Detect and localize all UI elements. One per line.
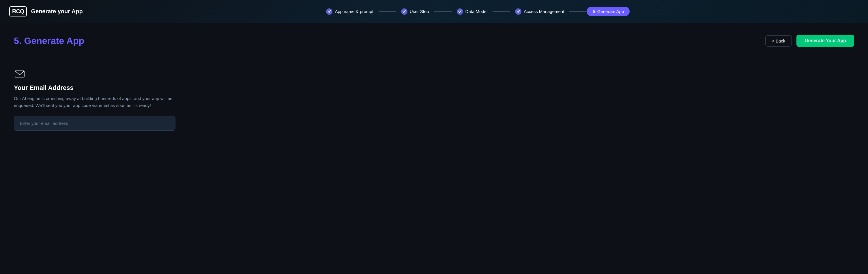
connector-4 xyxy=(569,11,587,12)
email-icon xyxy=(14,68,25,80)
step-5[interactable]: 5 Generate App xyxy=(587,7,630,16)
email-description: Our AI engine is crunching away at build… xyxy=(14,95,187,109)
logo-area: RCQ Generate your App xyxy=(9,6,83,17)
step-2[interactable]: User Step xyxy=(396,6,434,17)
step-4-label: Access Management xyxy=(524,9,564,14)
email-input[interactable] xyxy=(14,116,176,131)
step-2-label: User Step xyxy=(410,9,429,14)
back-button[interactable]: < Back xyxy=(765,35,792,47)
step-4[interactable]: Access Management xyxy=(510,6,569,17)
connector-1 xyxy=(379,11,396,12)
step-1-check-icon xyxy=(326,8,333,15)
step-3-check-icon xyxy=(457,8,463,15)
page-heading: 5. Generate App xyxy=(14,35,84,46)
step-1[interactable]: App name & prompt xyxy=(321,6,378,17)
step-1-label: App name & prompt xyxy=(335,9,373,14)
generate-app-button[interactable]: Generate Your App xyxy=(797,35,854,47)
email-section: Your Email Address Our AI engine is crun… xyxy=(14,68,187,131)
step-5-number: 5 xyxy=(592,9,595,14)
step-4-check-icon xyxy=(515,8,521,15)
app-title: Generate your App xyxy=(31,8,83,15)
logo: RCQ xyxy=(9,6,27,17)
step-3-label: Data Model xyxy=(465,9,488,14)
step-5-label: Generate App xyxy=(597,9,624,14)
stepper: App name & prompt User Step Data Model A… xyxy=(92,6,859,17)
header-actions: < Back Generate Your App xyxy=(765,35,854,47)
connector-3 xyxy=(493,11,510,12)
email-heading: Your Email Address xyxy=(14,84,187,92)
page-header: 5. Generate App < Back Generate Your App xyxy=(14,35,854,54)
connector-2 xyxy=(434,11,452,12)
header: RCQ Generate your App App name & prompt … xyxy=(0,0,868,23)
step-3[interactable]: Data Model xyxy=(452,6,493,17)
step-2-check-icon xyxy=(401,8,407,15)
main-content: 5. Generate App < Back Generate Your App… xyxy=(0,23,868,142)
